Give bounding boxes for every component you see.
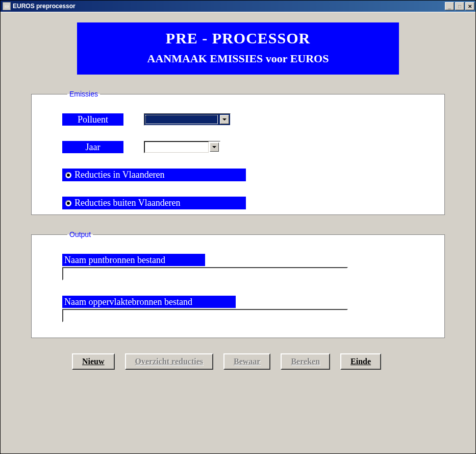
chevron-down-icon[interactable] [220, 115, 229, 124]
radio-reducties-vlaanderen[interactable]: Reducties in Vlaanderen [62, 169, 246, 181]
radio-icon [65, 172, 71, 178]
puntbronnen-input[interactable] [62, 267, 348, 280]
app-window: ▭ EUROS preprocessor _ □ ✕ PRE - PROCESS… [0, 0, 476, 454]
button-bar: Nieuw Overzicht reducties Bewaar Bereken… [31, 353, 445, 370]
jaar-row: Jaar [62, 141, 414, 153]
app-icon: ▭ [3, 2, 11, 10]
polluent-combobox[interactable] [144, 113, 231, 126]
oppervlakte-label: Naam oppervlaktebronnen bestand [62, 296, 236, 308]
polluent-row: Polluent [62, 113, 414, 126]
polluent-value [145, 115, 218, 124]
client-area: PRE - PROCESSOR AANMAAK EMISSIES voor EU… [1, 12, 475, 453]
header-banner: PRE - PROCESSOR AANMAAK EMISSIES voor EU… [77, 22, 399, 75]
jaar-combobox[interactable] [144, 141, 220, 153]
window-title: EUROS preprocessor [13, 3, 445, 10]
banner-title: PRE - PROCESSOR [82, 30, 394, 47]
jaar-label: Jaar [62, 141, 123, 153]
puntbronnen-label: Naam puntbronnen bestand [62, 254, 205, 266]
window-buttons: _ □ ✕ [445, 2, 474, 10]
output-group: Output Naam puntbronnen bestand Naam opp… [31, 230, 445, 338]
titlebar: ▭ EUROS preprocessor _ □ ✕ [1, 1, 475, 12]
bereken-button[interactable]: Bereken [281, 353, 330, 370]
overzicht-button[interactable]: Overzicht reducties [125, 353, 213, 370]
oppervlakte-block: Naam oppervlaktebronnen bestand [62, 296, 414, 322]
output-legend: Output [67, 230, 93, 238]
bewaar-button[interactable]: Bewaar [223, 353, 270, 370]
radio-label-buiten: Reducties buiten Vlaanderen [74, 198, 181, 208]
polluent-label: Polluent [62, 113, 123, 126]
banner-subtitle: AANMAAK EMISSIES voor EUROS [82, 52, 394, 65]
einde-button[interactable]: Einde [340, 353, 381, 370]
jaar-value [144, 141, 209, 153]
nieuw-button[interactable]: Nieuw [72, 353, 115, 370]
minimize-button[interactable]: _ [445, 2, 454, 10]
radio-icon [65, 200, 71, 206]
radio-reducties-buiten[interactable]: Reducties buiten Vlaanderen [62, 197, 246, 209]
emissies-legend: Emissies [67, 90, 100, 98]
radio-label-vlaanderen: Reducties in Vlaanderen [74, 170, 165, 180]
chevron-down-icon[interactable] [210, 142, 219, 152]
emissies-group: Emissies Polluent Jaar Reducties in Vlaa… [31, 90, 445, 215]
oppervlakte-input[interactable] [62, 309, 348, 322]
maximize-button[interactable]: □ [455, 2, 464, 10]
puntbronnen-block: Naam puntbronnen bestand [62, 254, 414, 280]
close-button[interactable]: ✕ [465, 2, 474, 10]
